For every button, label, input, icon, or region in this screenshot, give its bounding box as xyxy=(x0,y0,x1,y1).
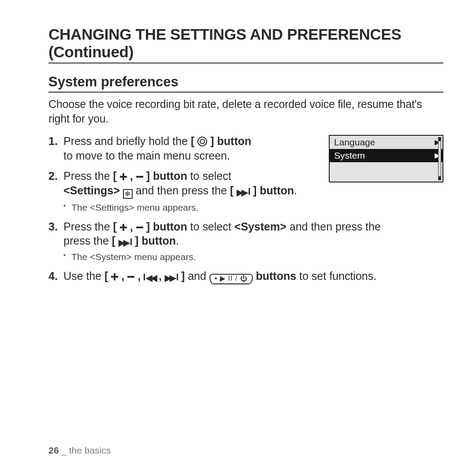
fast-forward-icon: ▶▶ xyxy=(165,274,178,282)
rewind-icon: ◀◀ xyxy=(144,274,156,282)
step-text: , xyxy=(134,270,144,282)
bracket: ] xyxy=(181,270,185,282)
step-text: , xyxy=(127,170,136,182)
chapter-name: the basics xyxy=(69,445,111,455)
device-scrollbar xyxy=(438,137,441,180)
bracket: [ xyxy=(112,234,115,247)
step-text: , xyxy=(118,270,127,282)
gear-icon: ✻ xyxy=(123,189,133,199)
step-text: to select xyxy=(187,170,231,182)
bracket: [ xyxy=(230,184,234,197)
step-text: button xyxy=(138,234,176,247)
step-1: Press and briefly hold the [ ] button to… xyxy=(48,134,317,163)
bracket: ] xyxy=(210,135,214,147)
step-2: Press the [ , ] button to select <Settin… xyxy=(48,169,317,213)
device-row-label: System xyxy=(334,150,365,161)
plus-icon xyxy=(111,273,118,280)
step-text: . xyxy=(294,184,297,197)
step-text: button xyxy=(150,220,187,233)
bracket: [ xyxy=(191,135,194,147)
bracket: ] xyxy=(146,220,150,233)
step-3: Press the [ , ] button to select <System… xyxy=(48,219,443,263)
step-text: buttons xyxy=(256,270,296,282)
section-title: System preferences xyxy=(48,74,443,93)
label-settings: <Settings> xyxy=(63,184,120,197)
power-icon xyxy=(197,137,207,146)
fast-forward-icon: ▶▶ xyxy=(237,188,250,197)
bracket: [ xyxy=(104,270,108,282)
bracket: ] xyxy=(146,170,150,182)
device-row-label: Language xyxy=(334,137,375,148)
step-text: button xyxy=(257,184,294,197)
step-text: , xyxy=(156,270,165,282)
step-text: . xyxy=(176,234,179,247)
device-screen: Language ▶ System ▶ xyxy=(329,135,443,182)
footer-sep: _ xyxy=(59,445,69,455)
step-text: Press the xyxy=(63,170,113,182)
minus-icon xyxy=(127,273,134,280)
step-text: to set functions. xyxy=(296,270,376,282)
step-text: press the xyxy=(63,234,112,247)
intro-text: Choose the voice recording bit rate, del… xyxy=(48,97,443,126)
step-text: and then press the xyxy=(133,184,230,197)
device-row-system: System ▶ xyxy=(330,149,443,162)
step-4: Use the [ , , ◀◀ , ▶▶ ] and • ▶ II / ⏻ b… xyxy=(48,269,443,284)
step-text: button xyxy=(150,170,187,182)
step-text: Press the xyxy=(63,220,113,233)
plus-icon xyxy=(120,224,127,231)
step-text: Use the xyxy=(63,270,104,282)
step-text: and then press the xyxy=(286,220,381,233)
step-text: to move to the main menu screen. xyxy=(63,149,230,162)
step-3-sub: The <System> menu appears. xyxy=(63,251,443,263)
bracket: [ xyxy=(113,170,117,182)
step-text: , xyxy=(127,220,136,233)
bracket: [ xyxy=(113,220,117,233)
step-text: button xyxy=(214,135,252,147)
minus-icon xyxy=(136,224,143,231)
step-text: to select xyxy=(187,220,234,233)
plus-icon xyxy=(120,173,127,180)
page-title: CHANGING THE SETTINGS AND PREFERENCES (C… xyxy=(48,26,443,63)
device-row-language: Language ▶ xyxy=(330,136,443,149)
play-pause-power-button-icon: • ▶ II / ⏻ xyxy=(209,274,253,284)
step-2-sub: The <Settings> menu appears. xyxy=(63,201,317,213)
step-text: and xyxy=(185,270,209,282)
page-footer: 26 _ the basics xyxy=(48,445,111,456)
minus-icon xyxy=(136,173,143,180)
label-system: <System> xyxy=(234,220,286,233)
fast-forward-icon: ▶▶ xyxy=(119,238,132,247)
step-text: Press and briefly hold the xyxy=(63,135,191,147)
page-number: 26 xyxy=(48,445,59,455)
